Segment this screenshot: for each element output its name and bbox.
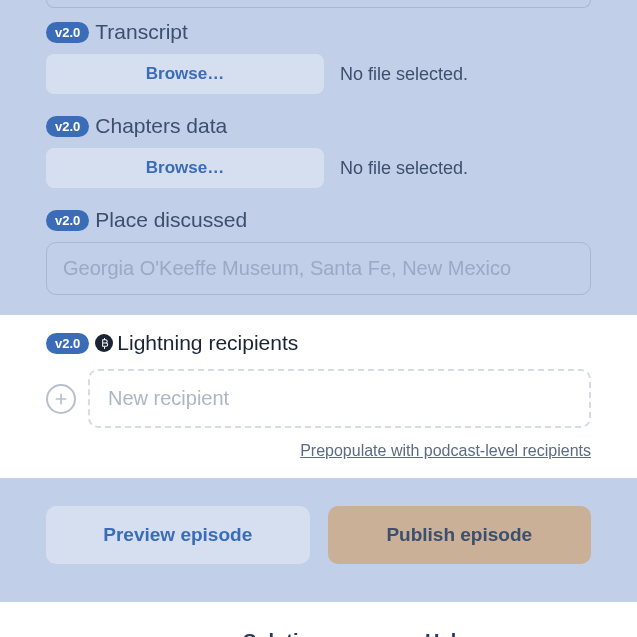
place-label: v2.0 Place discussed: [46, 208, 591, 232]
prepopulate-link[interactable]: Prepopulate with podcast-level recipient…: [300, 442, 591, 459]
publish-episode-button[interactable]: Publish episode: [328, 506, 592, 564]
prepopulate-row: Prepopulate with podcast-level recipient…: [46, 442, 591, 460]
transcript-file-status: No file selected.: [340, 64, 468, 85]
lightning-label-text: Lightning recipients: [117, 331, 298, 355]
footer-help-heading: Help: [425, 630, 537, 637]
chapters-file-status: No file selected.: [340, 158, 468, 179]
place-input[interactable]: [46, 242, 591, 295]
place-field: v2.0 Place discussed: [0, 208, 637, 295]
version-badge: v2.0: [46, 210, 89, 231]
chapters-label: v2.0 Chapters data: [46, 114, 591, 138]
add-recipient-button[interactable]: [46, 384, 76, 414]
chapters-field: v2.0 Chapters data Browse… No file selec…: [0, 114, 637, 188]
transcript-field: v2.0 Transcript Browse… No file selected…: [0, 20, 637, 94]
chapters-file-row: Browse… No file selected.: [46, 148, 591, 188]
action-row: Preview episode Publish episode: [0, 478, 637, 602]
preview-episode-button[interactable]: Preview episode: [46, 506, 310, 564]
chapters-label-text: Chapters data: [95, 114, 227, 138]
transcript-label: v2.0 Transcript: [46, 20, 591, 44]
transcript-browse-button[interactable]: Browse…: [46, 54, 324, 94]
version-badge: v2.0: [46, 333, 89, 354]
footer: Solutions New podcasts Existing podcasts…: [0, 602, 637, 637]
bitcoin-icon: [95, 334, 113, 352]
footer-help: Help What is RSS? Pricing: [425, 630, 537, 637]
chapters-browse-button[interactable]: Browse…: [46, 148, 324, 188]
recipient-row: [46, 369, 591, 428]
recipient-input[interactable]: [88, 369, 591, 428]
transcript-label-text: Transcript: [95, 20, 188, 44]
footer-solutions: Solutions New podcasts Existing podcasts: [243, 630, 383, 637]
place-label-text: Place discussed: [95, 208, 247, 232]
footer-solutions-heading: Solutions: [243, 630, 383, 637]
lightning-section: v2.0 Lightning recipients Prepopulate wi…: [0, 315, 637, 478]
transcript-file-row: Browse… No file selected.: [46, 54, 591, 94]
version-badge: v2.0: [46, 22, 89, 43]
cropped-field-top: [0, 0, 637, 20]
version-badge: v2.0: [46, 116, 89, 137]
lightning-label: v2.0 Lightning recipients: [46, 331, 591, 355]
plus-icon: [53, 391, 69, 407]
footer-spacer: [46, 630, 201, 637]
